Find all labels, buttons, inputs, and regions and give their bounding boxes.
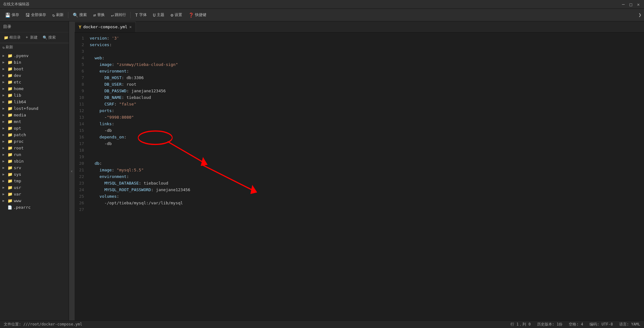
tree-arrow: ▶ xyxy=(3,67,6,71)
sidebar-item-srv[interactable]: ▶📁srv xyxy=(0,164,69,171)
folder-icon: 📁 xyxy=(8,185,13,190)
sidebar-item-www[interactable]: ▶📁www xyxy=(0,197,69,204)
sidebar-item-lib[interactable]: ▶📁lib xyxy=(0,92,69,99)
shortcuts-button[interactable]: ❓ 快捷键 xyxy=(186,11,209,19)
tree-item-label: root xyxy=(14,146,24,150)
tree-item-label: proc xyxy=(14,139,24,144)
code-line-20: db: xyxy=(87,160,644,167)
folder-icon: 📁 xyxy=(8,80,13,84)
settings-button[interactable]: ⚙ 设置 xyxy=(168,11,184,19)
line-number-20: 20 xyxy=(75,160,87,167)
refresh-button[interactable]: ↻ 刷新 xyxy=(50,11,66,19)
tree-item-label: etc xyxy=(14,80,21,84)
jump-button[interactable]: ↵ 跳转行 xyxy=(108,11,129,19)
sidebar-item-etc[interactable]: ▶📁etc xyxy=(0,79,69,85)
root-dir-icon: 📁 xyxy=(4,35,8,40)
tab-docker-compose[interactable]: Y docker-compose.yml ✕ xyxy=(75,22,136,32)
sidebar-item-sys[interactable]: ▶📁sys xyxy=(0,171,69,178)
main-area: 目录 📁 根目录 + 新建 🔍 搜索 ↻ 刷新 ▶📁.pyenv▶📁bin▶📁b… xyxy=(0,21,644,320)
code-line-6: environment: xyxy=(87,68,644,75)
line-number-26: 26 xyxy=(75,200,87,207)
shortcuts-icon: ❓ xyxy=(188,13,194,18)
sidebar-search-button[interactable]: 🔍 搜索 xyxy=(41,34,57,41)
code-line-10: DB_NAME: tiebacloud xyxy=(87,94,644,101)
save-all-button[interactable]: 🖫 全部保存 xyxy=(23,11,49,19)
app-title: 在线文本编辑器 xyxy=(3,2,621,7)
code-editor[interactable]: 1234567891011121314151617181920212223242… xyxy=(75,33,644,320)
folder-icon: 📁 xyxy=(8,192,13,196)
sidebar-item-root[interactable]: ▶📁root xyxy=(0,145,69,151)
sidebar-item-usr[interactable]: ▶📁usr xyxy=(0,184,69,191)
folder-icon: 📁 xyxy=(8,113,13,117)
sidebar-item--pyenv[interactable]: ▶📁.pyenv xyxy=(0,52,69,59)
tree-item-label: run xyxy=(14,152,21,157)
line-number-19: 19 xyxy=(75,154,87,160)
line-number-15: 15 xyxy=(75,127,87,134)
code-content[interactable]: version: '3'services: web: image: "zsnmw… xyxy=(87,33,644,320)
toolbar: 💾 保存 🖫 全部保存 ↻ 刷新 🔍 搜索 ⇄ 替换 ↵ 跳转行 T 字体 U … xyxy=(0,9,644,21)
line-number-9: 9 xyxy=(75,88,87,94)
line-number-6: 6 xyxy=(75,68,87,75)
tree-item-label: opt xyxy=(14,126,21,131)
sidebar-item-patch[interactable]: ▶📁patch xyxy=(0,132,69,138)
sidebar-item-media[interactable]: ▶📁media xyxy=(0,112,69,118)
code-line-24: MYSQL_ROOT_PASSWORD: janejane123456 xyxy=(87,187,644,193)
sidebar-item-run[interactable]: ▶📁run xyxy=(0,151,69,158)
sidebar-item-lib64[interactable]: ▶📁lib64 xyxy=(0,99,69,105)
tree-item-label: boot xyxy=(14,67,24,71)
code-line-17: - db xyxy=(87,141,644,147)
tree-item-label: www xyxy=(14,198,21,203)
theme-button[interactable]: U 主题 xyxy=(150,11,167,19)
divider-1 xyxy=(68,12,68,18)
sidebar-item-var[interactable]: ▶📁var xyxy=(0,191,69,197)
sidebar-refresh-icon: ↻ xyxy=(3,45,5,50)
new-file-button[interactable]: + 新建 xyxy=(24,34,39,41)
tree-item-label: lib xyxy=(14,93,21,98)
tree-item-label: srv xyxy=(14,165,21,170)
code-line-5: image: "zsnmwy/tieba-cloud-sign" xyxy=(87,62,644,68)
sidebar-item-sbin[interactable]: ▶📁sbin xyxy=(0,158,69,164)
code-line-22: environment: xyxy=(87,174,644,180)
tree-item-label: sys xyxy=(14,172,21,177)
window-controls: ─ □ ✕ xyxy=(621,2,641,7)
save-button[interactable]: 💾 保存 xyxy=(3,11,22,19)
sidebar-collapse-button[interactable]: ‹ xyxy=(69,21,75,320)
close-button[interactable]: ✕ xyxy=(636,2,641,7)
root-dir-button[interactable]: 📁 根目录 xyxy=(3,34,22,41)
sidebar-refresh-button[interactable]: ↻ 刷新 xyxy=(0,43,69,51)
tab-close-button[interactable]: ✕ xyxy=(129,24,132,29)
sidebar-item-home[interactable]: ▶📁home xyxy=(0,85,69,92)
tree-arrow: ▶ xyxy=(3,100,6,104)
code-line-14: links: xyxy=(87,121,644,127)
folder-icon: 📁 xyxy=(8,53,13,58)
tree-arrow: ▶ xyxy=(3,153,6,157)
sidebar-item-proc[interactable]: ▶📁proc xyxy=(0,138,69,145)
sidebar-item-bin[interactable]: ▶📁bin xyxy=(0,59,69,66)
sidebar-item-opt[interactable]: ▶📁opt xyxy=(0,125,69,132)
settings-icon: ⚙ xyxy=(171,13,173,18)
theme-icon: U xyxy=(153,13,156,18)
sidebar-item-lost-found[interactable]: ▶📁lost+found xyxy=(0,105,69,112)
sidebar-item-boot[interactable]: ▶📁boot xyxy=(0,66,69,72)
maximize-button[interactable]: □ xyxy=(628,2,633,7)
tree-item-label: .pyenv xyxy=(14,53,29,58)
tree-item-label: bin xyxy=(14,60,21,65)
sidebar-item--pearrc[interactable]: ▶📄.pearrc xyxy=(0,204,69,211)
minimize-button[interactable]: ─ xyxy=(621,2,626,7)
tree-arrow: ▶ xyxy=(3,172,6,176)
title-bar: 在线文本编辑器 ─ □ ✕ xyxy=(0,0,644,9)
replace-button[interactable]: ⇄ 替换 xyxy=(91,11,107,19)
code-line-3 xyxy=(87,48,644,55)
code-line-1: version: '3' xyxy=(87,35,644,42)
sidebar-item-dev[interactable]: ▶📁dev xyxy=(0,72,69,79)
search-button[interactable]: 🔍 搜索 xyxy=(70,11,89,19)
sidebar-item-mnt[interactable]: ▶📁mnt xyxy=(0,118,69,125)
font-button[interactable]: T 字体 xyxy=(133,11,149,19)
sidebar-item-tmp[interactable]: ▶📁tmp xyxy=(0,178,69,184)
toolbar-collapse-button[interactable]: ❯ xyxy=(638,12,641,18)
search-icon: 🔍 xyxy=(73,13,78,18)
sidebar-tree: ▶📁.pyenv▶📁bin▶📁boot▶📁dev▶📁etc▶📁home▶📁lib… xyxy=(0,51,69,320)
tree-item-label: mnt xyxy=(14,119,21,124)
code-line-15: - db xyxy=(87,127,644,134)
line-number-25: 25 xyxy=(75,193,87,200)
